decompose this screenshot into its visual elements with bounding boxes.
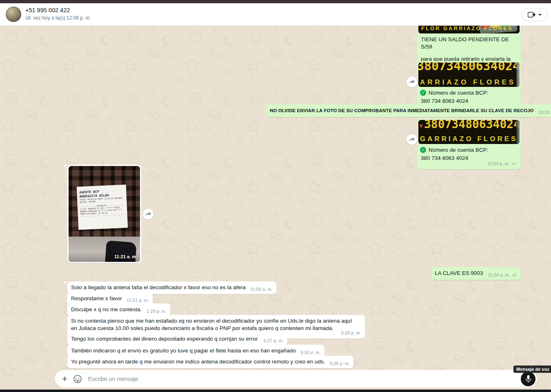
message-time: 5:27 p. m.: [264, 338, 284, 343]
voice-message-button[interactable]: [521, 372, 535, 386]
caption-text: Número de cuenta BCP:: [429, 89, 488, 97]
message-time: 11:03 a. m.: [487, 161, 509, 166]
message-time: 10:13 a. m.: [538, 110, 551, 115]
receipt-paper: AGENTE BCP BODEGUITA HILDA FECHA: 09/03/…: [77, 184, 128, 230]
message-outgoing: ♥ 38073480634024 GARRIAZO FLORES ✓ Númer…: [417, 119, 521, 169]
message-text: Respondame x favor: [71, 295, 122, 301]
message-outgoing: LA CLAVE ES 9003 11:34 a. m.✓✓: [431, 267, 521, 280]
message-text: Si no contesta pienso que me han estafad…: [71, 318, 352, 331]
message-time: 11:21 a. m.: [114, 253, 137, 260]
heart-icon: ♥: [419, 122, 423, 130]
message-text: Solo a llegado la antena falta el decodi…: [71, 284, 246, 290]
attached-image-account-number[interactable]: 38073480634024 ARRIAZO FLORES: [418, 62, 520, 87]
receipt-photo-image[interactable]: AGENTE BCP BODEGUITA HILDA FECHA: 09/03/…: [69, 166, 140, 262]
forward-icon[interactable]: [407, 134, 417, 145]
message-time: 11:51 a. m.: [127, 298, 149, 303]
chat-header: +51 995 002 422 últ. vez hoy a la(s) 12:…: [0, 3, 551, 26]
video-call-button[interactable]: [522, 8, 548, 21]
message-text: Disculpe x q no me contesta.: [71, 306, 142, 312]
green-check-icon: ✓: [420, 147, 426, 153]
card-account-digits: 38073480634024: [418, 62, 520, 70]
chevron-down-icon: [538, 14, 542, 16]
card-holder-name: GARRIAZO FLORES: [420, 135, 518, 143]
message-time: 11:50 a. m.: [251, 287, 273, 292]
message-text: NO OLVIDE ENVIAR LA FOTO DE SU COMPROBAN…: [270, 108, 534, 113]
video-camera-icon: [528, 12, 535, 18]
attach-plus-icon[interactable]: +: [62, 374, 67, 383]
voice-message-tooltip: Mensaje de voz: [513, 365, 551, 373]
taskbar-edge: [0, 390, 551, 392]
green-check-icon: ✓: [420, 90, 426, 96]
delivered-ticks-icon: ✓✓: [512, 272, 518, 277]
card-holder-name: ARRIAZO FLORES: [420, 79, 516, 86]
whatsapp-window: +51 995 002 422 últ. vez hoy a la(s) 12:…: [0, 0, 551, 392]
message-incoming: AGENTE BCP BODEGUITA HILDA FECHA: 09/03/…: [67, 165, 141, 263]
caption-text: Número de cuenta BCP:: [429, 146, 488, 154]
message-outgoing: NO OLVIDE ENVIAR LA FOTO DE SU COMPROBAN…: [266, 104, 551, 117]
message-text: TIENE UN SALDO PENDIENTE DE S/59: [421, 36, 517, 51]
forward-icon[interactable]: [143, 209, 153, 219]
message-composer: +: [55, 370, 537, 388]
chat-area: • • • FLOR GARRIAZO FLORES TIENE UN SALD…: [0, 25, 551, 390]
message-time: 5:25 p. m.: [341, 330, 361, 335]
message-text: También indicaron q el envío es gratuíto…: [71, 348, 296, 354]
message-incoming: Yo pregunté ahora en tarde q me enviaron…: [67, 356, 353, 368]
contact-name[interactable]: +51 995 002 422: [25, 7, 70, 13]
card-edge-graphic: [516, 120, 520, 144]
message-time: 5:30 p. m.: [301, 350, 321, 355]
microphone-icon: [525, 375, 531, 383]
message-text: Yo pregunté ahora en tarde q me enviaron…: [71, 359, 325, 365]
card-edge-graphic: [516, 62, 520, 87]
forward-icon[interactable]: [407, 77, 417, 87]
message-time: 1:29 p. m.: [147, 309, 167, 314]
contact-avatar[interactable]: [6, 7, 21, 22]
message-incoming: Disculpe x q no me contesta. 1:29 p. m.: [67, 303, 170, 316]
message-time: 5:35 p. m.: [330, 361, 350, 366]
emoji-icon[interactable]: [73, 374, 82, 384]
delivered-ticks-icon: ✓✓: [511, 161, 517, 166]
card-account-digits: 38073480634024: [424, 121, 520, 128]
card-holder-name: FLOR GARRIAZO FLORES: [421, 25, 513, 32]
contact-last-seen: últ. vez hoy a la(s) 12:08 p. m.: [25, 15, 91, 21]
window-title-bar: [0, 0, 551, 3]
message-time: 11:34 a. m.: [488, 272, 510, 277]
message-text: Tengo los comprobantes del dinero deposi…: [71, 336, 259, 342]
message-incoming: Tengo los comprobantes del dinero deposi…: [67, 333, 287, 345]
message-text: LA CLAVE ES 9003: [435, 270, 483, 276]
attached-image-account-number[interactable]: ♥ 38073480634024 GARRIAZO FLORES: [418, 120, 520, 144]
attached-image-card-name[interactable]: • • • FLOR GARRIAZO FLORES: [418, 25, 520, 33]
message-input[interactable]: [87, 375, 537, 383]
